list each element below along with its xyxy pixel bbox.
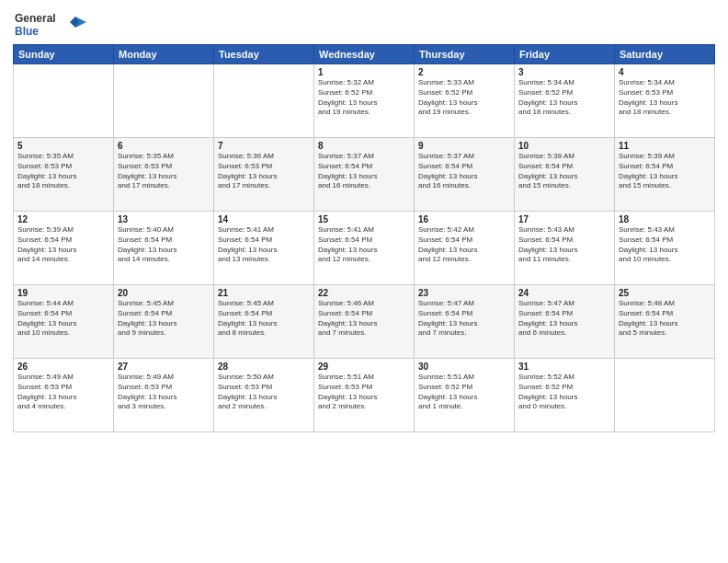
day-number: 2 bbox=[418, 67, 510, 77]
calendar-cell: 4Sunrise: 5:34 AMSunset: 6:53 PMDaylight… bbox=[615, 64, 715, 138]
day-number: 20 bbox=[118, 288, 210, 298]
logo: General Blue bbox=[13, 9, 96, 39]
day-info: Sunrise: 5:37 AMSunset: 6:54 PMDaylight:… bbox=[418, 152, 510, 191]
day-number: 15 bbox=[318, 214, 410, 224]
day-info: Sunrise: 5:48 AMSunset: 6:54 PMDaylight:… bbox=[619, 299, 711, 339]
day-info: Sunrise: 5:39 AMSunset: 6:54 PMDaylight:… bbox=[619, 152, 711, 191]
day-number: 9 bbox=[418, 141, 510, 151]
day-info: Sunrise: 5:49 AMSunset: 6:53 PMDaylight:… bbox=[17, 373, 109, 412]
day-info: Sunrise: 5:38 AMSunset: 6:54 PMDaylight:… bbox=[518, 152, 610, 191]
day-number: 28 bbox=[218, 362, 310, 372]
day-number: 31 bbox=[518, 362, 610, 372]
day-info: Sunrise: 5:44 AMSunset: 6:54 PMDaylight:… bbox=[17, 299, 109, 339]
header: General Blue bbox=[13, 9, 715, 39]
day-info: Sunrise: 5:36 AMSunset: 6:53 PMDaylight:… bbox=[218, 152, 310, 191]
day-info: Sunrise: 5:51 AMSunset: 6:53 PMDaylight:… bbox=[318, 373, 410, 412]
calendar-header-row: SundayMondayTuesdayWednesdayThursdayFrid… bbox=[14, 45, 715, 64]
calendar-cell: 25Sunrise: 5:48 AMSunset: 6:54 PMDayligh… bbox=[615, 285, 715, 359]
calendar-cell: 13Sunrise: 5:40 AMSunset: 6:54 PMDayligh… bbox=[114, 212, 214, 285]
calendar-cell: 24Sunrise: 5:47 AMSunset: 6:54 PMDayligh… bbox=[515, 285, 615, 359]
day-info: Sunrise: 5:50 AMSunset: 6:53 PMDaylight:… bbox=[218, 373, 310, 412]
calendar-cell bbox=[14, 64, 114, 138]
day-number: 8 bbox=[318, 141, 410, 151]
day-info: Sunrise: 5:49 AMSunset: 6:53 PMDaylight:… bbox=[118, 373, 210, 412]
calendar-header-friday: Friday bbox=[515, 45, 615, 64]
calendar-header-wednesday: Wednesday bbox=[314, 45, 415, 64]
calendar-cell: 29Sunrise: 5:51 AMSunset: 6:53 PMDayligh… bbox=[314, 359, 415, 432]
day-number: 10 bbox=[518, 141, 610, 151]
day-info: Sunrise: 5:41 AMSunset: 6:54 PMDaylight:… bbox=[318, 225, 410, 265]
calendar-cell bbox=[214, 64, 314, 138]
calendar-cell: 8Sunrise: 5:37 AMSunset: 6:54 PMDaylight… bbox=[314, 138, 415, 212]
calendar-cell: 26Sunrise: 5:49 AMSunset: 6:53 PMDayligh… bbox=[14, 359, 114, 432]
calendar-cell: 12Sunrise: 5:39 AMSunset: 6:54 PMDayligh… bbox=[14, 212, 114, 285]
day-number: 23 bbox=[418, 288, 510, 298]
calendar-week-2: 5Sunrise: 5:35 AMSunset: 6:53 PMDaylight… bbox=[14, 138, 715, 212]
day-number: 26 bbox=[17, 362, 109, 372]
day-info: Sunrise: 5:46 AMSunset: 6:54 PMDaylight:… bbox=[318, 299, 410, 339]
day-number: 21 bbox=[218, 288, 310, 298]
calendar-cell: 2Sunrise: 5:33 AMSunset: 6:52 PMDaylight… bbox=[415, 64, 515, 138]
calendar-cell bbox=[615, 359, 715, 432]
calendar-cell: 23Sunrise: 5:47 AMSunset: 6:54 PMDayligh… bbox=[415, 285, 515, 359]
day-info: Sunrise: 5:47 AMSunset: 6:54 PMDaylight:… bbox=[418, 299, 510, 339]
day-info: Sunrise: 5:35 AMSunset: 6:53 PMDaylight:… bbox=[118, 152, 210, 191]
day-info: Sunrise: 5:33 AMSunset: 6:52 PMDaylight:… bbox=[418, 78, 510, 118]
calendar-cell: 11Sunrise: 5:39 AMSunset: 6:54 PMDayligh… bbox=[615, 138, 715, 212]
logo-text: General Blue bbox=[13, 9, 96, 39]
day-number: 14 bbox=[218, 214, 310, 224]
day-number: 29 bbox=[318, 362, 410, 372]
day-number: 13 bbox=[118, 214, 210, 224]
calendar-cell: 1Sunrise: 5:32 AMSunset: 6:52 PMDaylight… bbox=[314, 64, 415, 138]
day-number: 6 bbox=[118, 141, 210, 151]
day-number: 17 bbox=[518, 214, 610, 224]
day-info: Sunrise: 5:32 AMSunset: 6:52 PMDaylight:… bbox=[318, 78, 410, 118]
calendar-cell bbox=[114, 64, 214, 138]
day-number: 1 bbox=[318, 67, 410, 77]
calendar-header-thursday: Thursday bbox=[415, 45, 515, 64]
day-info: Sunrise: 5:37 AMSunset: 6:54 PMDaylight:… bbox=[318, 152, 410, 191]
day-info: Sunrise: 5:45 AMSunset: 6:54 PMDaylight:… bbox=[218, 299, 310, 339]
calendar-cell: 10Sunrise: 5:38 AMSunset: 6:54 PMDayligh… bbox=[515, 138, 615, 212]
calendar-cell: 30Sunrise: 5:51 AMSunset: 6:52 PMDayligh… bbox=[415, 359, 515, 432]
day-number: 27 bbox=[118, 362, 210, 372]
day-number: 18 bbox=[619, 214, 711, 224]
calendar-cell: 31Sunrise: 5:52 AMSunset: 6:52 PMDayligh… bbox=[515, 359, 615, 432]
day-number: 12 bbox=[17, 214, 109, 224]
day-info: Sunrise: 5:39 AMSunset: 6:54 PMDaylight:… bbox=[17, 225, 109, 265]
calendar-week-4: 19Sunrise: 5:44 AMSunset: 6:54 PMDayligh… bbox=[14, 285, 715, 359]
calendar-week-1: 1Sunrise: 5:32 AMSunset: 6:52 PMDaylight… bbox=[14, 64, 715, 138]
day-number: 7 bbox=[218, 141, 310, 151]
calendar-cell: 18Sunrise: 5:43 AMSunset: 6:54 PMDayligh… bbox=[615, 212, 715, 285]
day-info: Sunrise: 5:43 AMSunset: 6:54 PMDaylight:… bbox=[518, 225, 610, 265]
day-number: 25 bbox=[619, 288, 711, 298]
calendar-week-3: 12Sunrise: 5:39 AMSunset: 6:54 PMDayligh… bbox=[14, 212, 715, 285]
calendar-cell: 14Sunrise: 5:41 AMSunset: 6:54 PMDayligh… bbox=[214, 212, 314, 285]
day-info: Sunrise: 5:34 AMSunset: 6:52 PMDaylight:… bbox=[518, 78, 610, 118]
day-number: 22 bbox=[318, 288, 410, 298]
day-info: Sunrise: 5:42 AMSunset: 6:54 PMDaylight:… bbox=[418, 225, 510, 265]
day-number: 24 bbox=[518, 288, 610, 298]
day-info: Sunrise: 5:45 AMSunset: 6:54 PMDaylight:… bbox=[118, 299, 210, 339]
calendar-cell: 5Sunrise: 5:35 AMSunset: 6:53 PMDaylight… bbox=[14, 138, 114, 212]
calendar-cell: 16Sunrise: 5:42 AMSunset: 6:54 PMDayligh… bbox=[415, 212, 515, 285]
day-number: 4 bbox=[619, 67, 711, 77]
day-info: Sunrise: 5:47 AMSunset: 6:54 PMDaylight:… bbox=[518, 299, 610, 339]
page: General Blue SundayMondayTuesdayWednesda… bbox=[0, 0, 728, 563]
calendar-cell: 19Sunrise: 5:44 AMSunset: 6:54 PMDayligh… bbox=[14, 285, 114, 359]
day-info: Sunrise: 5:51 AMSunset: 6:52 PMDaylight:… bbox=[418, 373, 510, 412]
day-number: 3 bbox=[518, 67, 610, 77]
svg-text:General: General bbox=[15, 12, 56, 25]
calendar-header-monday: Monday bbox=[114, 45, 214, 64]
calendar: SundayMondayTuesdayWednesdayThursdayFrid… bbox=[13, 44, 715, 432]
calendar-cell: 17Sunrise: 5:43 AMSunset: 6:54 PMDayligh… bbox=[515, 212, 615, 285]
day-info: Sunrise: 5:41 AMSunset: 6:54 PMDaylight:… bbox=[218, 225, 310, 265]
day-number: 5 bbox=[17, 141, 109, 151]
calendar-cell: 21Sunrise: 5:45 AMSunset: 6:54 PMDayligh… bbox=[214, 285, 314, 359]
logo-svg: General Blue bbox=[13, 9, 96, 39]
day-number: 30 bbox=[418, 362, 510, 372]
calendar-cell: 22Sunrise: 5:46 AMSunset: 6:54 PMDayligh… bbox=[314, 285, 415, 359]
day-info: Sunrise: 5:40 AMSunset: 6:54 PMDaylight:… bbox=[118, 225, 210, 265]
calendar-cell: 3Sunrise: 5:34 AMSunset: 6:52 PMDaylight… bbox=[515, 64, 615, 138]
day-info: Sunrise: 5:34 AMSunset: 6:53 PMDaylight:… bbox=[619, 78, 711, 118]
